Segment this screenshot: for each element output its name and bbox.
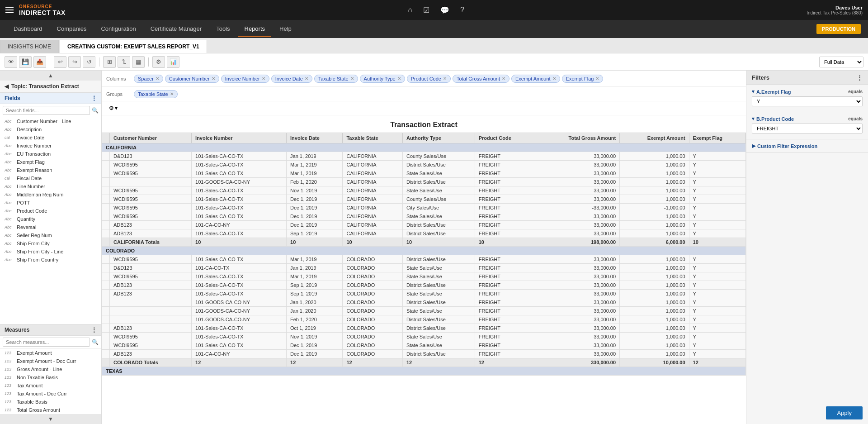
measures-search-icon: 🔍 xyxy=(92,339,99,345)
field-item[interactable]: calInvoice Date xyxy=(0,133,101,142)
field-item[interactable]: AbcExempt Reason xyxy=(0,166,101,174)
column-tag-remove[interactable]: ✕ xyxy=(502,76,505,81)
field-item[interactable]: AbcQuantity xyxy=(0,215,101,223)
group-tag[interactable]: Taxable State✕ xyxy=(134,90,178,98)
measure-item[interactable]: 123Tax Amount xyxy=(0,381,101,390)
column-tag[interactable]: Exempt Amount✕ xyxy=(511,75,560,83)
table-cell xyxy=(110,307,192,315)
table-cell: Y xyxy=(689,169,745,178)
measure-item[interactable]: 123Gross Amount - Line xyxy=(0,365,101,373)
measure-item[interactable]: 123Exempt Amount xyxy=(0,349,101,357)
field-item[interactable]: AbcShip From Country xyxy=(0,256,101,264)
field-item[interactable]: AbcPOTT xyxy=(0,199,101,207)
measures-menu-icon[interactable]: ⋮ xyxy=(91,327,97,333)
field-item[interactable]: AbcCustomer Number - Line xyxy=(0,117,101,125)
table-cell: FREIGHT xyxy=(475,281,536,290)
pivot-btn[interactable]: ⊞ xyxy=(103,56,116,68)
apply-button[interactable]: Apply xyxy=(826,406,863,419)
column-tag-remove[interactable]: ✕ xyxy=(212,76,215,81)
measure-item[interactable]: 123Total Gross Amount xyxy=(0,406,101,414)
col-header-empty xyxy=(102,133,110,143)
fields-search-input[interactable] xyxy=(3,106,90,115)
measure-item[interactable]: 123Tax Amount - Doc Curr xyxy=(0,390,101,398)
table-cell: WCDI9595 xyxy=(110,272,192,281)
fields-menu-icon[interactable]: ⋮ xyxy=(91,95,97,101)
data-mode-select[interactable]: Full Data Sample Data xyxy=(819,57,863,67)
column-tag[interactable]: Taxable State✕ xyxy=(314,75,358,83)
field-item[interactable]: AbcReversal xyxy=(0,223,101,231)
field-item[interactable]: AbcLine Number xyxy=(0,182,101,191)
chart-btn[interactable]: 📊 xyxy=(167,56,179,68)
column-tag[interactable]: Exempt Flag✕ xyxy=(562,75,604,83)
field-item[interactable]: AbcShip From City xyxy=(0,239,101,248)
field-item[interactable]: AbcMiddleman Reg Num xyxy=(0,191,101,199)
scroll-down-btn[interactable]: ▼ xyxy=(0,414,101,424)
column-tag[interactable]: Authority Type✕ xyxy=(360,75,405,83)
chat-icon[interactable]: 💬 xyxy=(440,6,449,14)
group-tag-remove[interactable]: ✕ xyxy=(170,91,174,96)
column-tag-remove[interactable]: ✕ xyxy=(156,76,159,81)
nav-companies[interactable]: Companies xyxy=(51,22,93,37)
checklist-icon[interactable]: ☑ xyxy=(423,6,429,14)
table-cell: State Sales/Use xyxy=(402,307,475,315)
filters-menu-icon[interactable]: ⋮ xyxy=(857,74,863,81)
column-tag[interactable]: Invoice Date✕ xyxy=(271,75,312,83)
measures-search-input[interactable] xyxy=(3,338,90,347)
swap-btn[interactable]: ⇅ xyxy=(118,56,130,68)
custom-filter-expr[interactable]: ▶ Custom Filter Expression xyxy=(746,139,868,153)
measure-type-icon: 123 xyxy=(5,391,14,396)
column-tag[interactable]: Invoice Number✕ xyxy=(221,75,269,83)
help-icon[interactable]: ? xyxy=(460,6,464,14)
column-tag-remove[interactable]: ✕ xyxy=(350,76,354,81)
column-tag-remove[interactable]: ✕ xyxy=(305,76,308,81)
measure-item[interactable]: 123Taxable Basis xyxy=(0,398,101,406)
tab-insights-home[interactable]: INSIGHTS HOME xyxy=(0,40,59,53)
nav-configuration[interactable]: Configuration xyxy=(94,22,142,37)
table-cell: ADB123 xyxy=(110,324,192,333)
column-tag-remove[interactable]: ✕ xyxy=(397,76,401,81)
nav-dashboard[interactable]: Dashboard xyxy=(7,22,49,37)
redo-btn[interactable]: ↪ xyxy=(68,56,81,68)
refresh-btn[interactable]: ↺ xyxy=(83,56,95,68)
hamburger-menu[interactable] xyxy=(5,7,14,13)
table-cell: COLORADO xyxy=(343,350,402,358)
measure-item[interactable]: 123Exempt Amount - Doc Curr xyxy=(0,357,101,365)
report-table-container[interactable]: Transaction Extract Customer NumberInvoi… xyxy=(102,115,746,424)
nav-tools[interactable]: Tools xyxy=(210,22,236,37)
column-tag-remove[interactable]: ✕ xyxy=(595,76,599,81)
home-icon[interactable]: ⌂ xyxy=(408,6,412,14)
column-tag[interactable]: Total Gross Amount✕ xyxy=(453,75,509,83)
field-item[interactable]: AbcEU Transaction xyxy=(0,150,101,158)
settings-btn[interactable]: ⚙ xyxy=(152,56,165,68)
field-item[interactable]: AbcDescription xyxy=(0,125,101,133)
tab-creating-custom[interactable]: CREATING CUSTOM: EXEMPT SALES REPORT_V1 xyxy=(60,40,207,53)
nav-reports[interactable]: Reports xyxy=(238,22,272,37)
scroll-up-btn[interactable]: ▲ xyxy=(0,71,101,81)
column-tag-remove[interactable]: ✕ xyxy=(262,76,265,81)
gear-dropdown[interactable]: ⚙ ▾ xyxy=(105,103,121,113)
column-tag[interactable]: Customer Number✕ xyxy=(165,75,219,83)
view-btn[interactable]: 👁 xyxy=(5,56,17,68)
column-tag[interactable]: Product Code✕ xyxy=(407,75,451,83)
field-item[interactable]: AbcShip From City - Line xyxy=(0,248,101,256)
undo-btn[interactable]: ↩ xyxy=(54,56,66,68)
field-item[interactable]: AbcSeller Reg Num xyxy=(0,231,101,239)
measure-item[interactable]: 123Non Taxable Basis xyxy=(0,373,101,381)
table-row: WCDI9595101-Sales-CA-CO-TXDec 1, 2019CAL… xyxy=(102,212,746,221)
field-item[interactable]: AbcInvoice Number xyxy=(0,142,101,150)
column-tag-remove[interactable]: ✕ xyxy=(552,76,556,81)
table-cell: Sep 1, 2019 xyxy=(287,281,343,290)
field-item[interactable]: calFiscal Date xyxy=(0,174,101,182)
table-cell: 1,000.00 xyxy=(620,178,689,186)
table-btn[interactable]: ▦ xyxy=(132,56,145,68)
nav-certificate-manager[interactable]: Certificate Manager xyxy=(144,22,208,37)
export-btn[interactable]: 📤 xyxy=(33,56,46,68)
column-tag-remove[interactable]: ✕ xyxy=(443,76,447,81)
filter-a-value-select[interactable]: Y N xyxy=(752,96,863,106)
nav-help[interactable]: Help xyxy=(273,22,298,37)
column-tag[interactable]: Spacer✕ xyxy=(134,75,163,83)
filter-b-value-select[interactable]: FREIGHT xyxy=(752,124,863,133)
field-item[interactable]: AbcExempt Flag xyxy=(0,158,101,166)
save-btn[interactable]: 💾 xyxy=(19,56,32,68)
field-item[interactable]: AbcProduct Code xyxy=(0,207,101,215)
